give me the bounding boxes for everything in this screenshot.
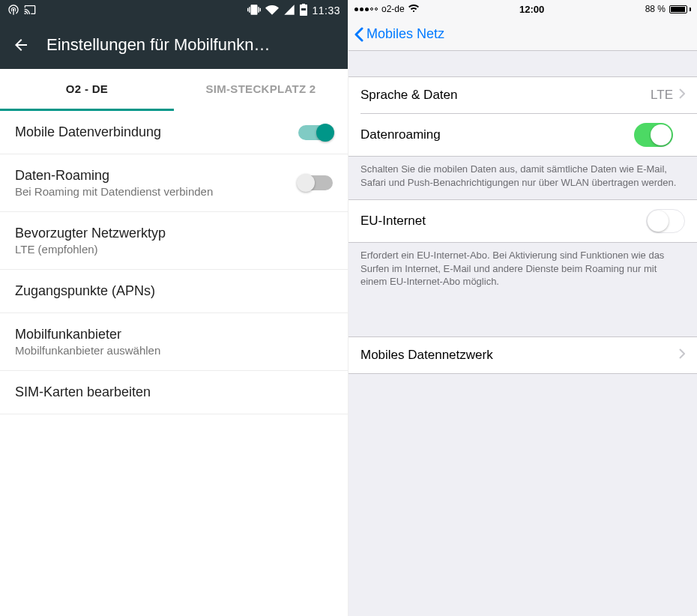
carrier-label: o2-de — [381, 4, 405, 14]
data-roaming-label: Daten-Roaming — [15, 168, 289, 184]
mobile-data-row[interactable]: Mobile Datenverbindung — [0, 111, 348, 154]
mobile-data-label: Mobile Datenverbindung — [15, 124, 289, 140]
eu-internet-row[interactable]: EU-Internet — [348, 200, 697, 242]
eu-internet-toggle[interactable] — [646, 209, 685, 233]
chevron-right-icon — [679, 348, 685, 363]
data-roaming-row[interactable]: Datenroaming — [360, 113, 697, 156]
back-button[interactable]: Mobiles Netz — [354, 26, 444, 42]
signal-dots-icon — [354, 7, 378, 11]
apn-row[interactable]: Zugangspunkte (APNs) — [0, 270, 348, 313]
android-status-bar: 11:33 — [0, 0, 348, 21]
group-data-network: Mobiles Datennetzwerk — [348, 336, 697, 374]
carrier-label: Mobilfunkanbieter — [15, 327, 333, 342]
data-roaming-toggle[interactable] — [298, 175, 333, 190]
ios-screen: o2-de 12:00 88 % Mobiles Netz Sprache & … — [348, 0, 697, 616]
ios-nav-bar: Mobiles Netz — [348, 18, 697, 51]
battery-percent: 88 % — [645, 4, 666, 14]
carrier-row[interactable]: Mobilfunkanbieter Mobilfunkanbieter ausw… — [0, 313, 348, 371]
back-label: Mobiles Netz — [366, 26, 444, 42]
mobile-data-toggle[interactable] — [298, 125, 333, 140]
chevron-left-icon — [354, 27, 363, 42]
data-roaming-row[interactable]: Daten-Roaming Bei Roaming mit Datendiens… — [0, 154, 348, 212]
tab-sim1[interactable]: O2 - DE — [0, 69, 174, 111]
sim-edit-row[interactable]: SIM-Karten bearbeiten — [0, 371, 348, 414]
data-network-row[interactable]: Mobiles Datennetzwerk — [348, 337, 697, 373]
wifi-icon — [265, 3, 279, 19]
sim-edit-label: SIM-Karten bearbeiten — [15, 384, 333, 400]
voice-data-row[interactable]: Sprache & Daten LTE — [348, 77, 697, 113]
podcast-icon — [7, 4, 19, 18]
settings-list: Mobile Datenverbindung Daten-Roaming Bei… — [0, 111, 348, 414]
group-eu: EU-Internet — [348, 199, 697, 243]
vibrate-icon — [247, 3, 261, 19]
eu-internet-label: EU-Internet — [360, 214, 426, 229]
voice-data-value: LTE — [651, 88, 673, 103]
status-time: 11:33 — [312, 4, 340, 16]
eu-footer: Erfordert ein EU-Internet-Abo. Bei Aktiv… — [348, 243, 697, 299]
signal-icon — [283, 4, 295, 18]
data-roaming-sub: Bei Roaming mit Datendienst verbinden — [15, 185, 289, 198]
voice-data-label: Sprache & Daten — [360, 88, 457, 103]
page-title: Einstellungen für Mobilfunkn… — [46, 35, 270, 55]
battery-icon — [669, 5, 691, 13]
ios-status-bar: o2-de 12:00 88 % — [348, 0, 697, 18]
battery-icon — [300, 4, 307, 18]
chevron-right-icon — [679, 88, 685, 103]
network-type-label: Bevorzugter Netzwerktyp — [15, 226, 333, 241]
android-screen: 11:33 Einstellungen für Mobilfunkn… O2 -… — [0, 0, 348, 616]
sim-tabs: O2 - DE SIM-STECKPLATZ 2 — [0, 69, 348, 111]
svg-rect-0 — [301, 10, 306, 14]
data-roaming-label: Datenroaming — [360, 127, 441, 142]
roaming-footer: Schalten Sie die mobilen Daten aus, dami… — [348, 157, 697, 199]
network-type-sub: LTE (empfohlen) — [15, 243, 333, 256]
wifi-icon — [408, 4, 419, 14]
tab-sim2[interactable]: SIM-STECKPLATZ 2 — [174, 69, 348, 111]
data-roaming-toggle[interactable] — [634, 123, 673, 147]
cast-icon — [24, 4, 36, 18]
carrier-sub: Mobilfunkanbieter auswählen — [15, 344, 333, 357]
group-cellular: Sprache & Daten LTE Datenroaming — [348, 76, 697, 157]
network-type-row[interactable]: Bevorzugter Netzwerktyp LTE (empfohlen) — [0, 212, 348, 270]
back-button[interactable] — [12, 36, 30, 54]
android-header: Einstellungen für Mobilfunkn… — [0, 21, 348, 69]
status-time: 12:00 — [519, 4, 544, 15]
data-network-label: Mobiles Datennetzwerk — [360, 348, 493, 363]
apn-label: Zugangspunkte (APNs) — [15, 283, 333, 299]
